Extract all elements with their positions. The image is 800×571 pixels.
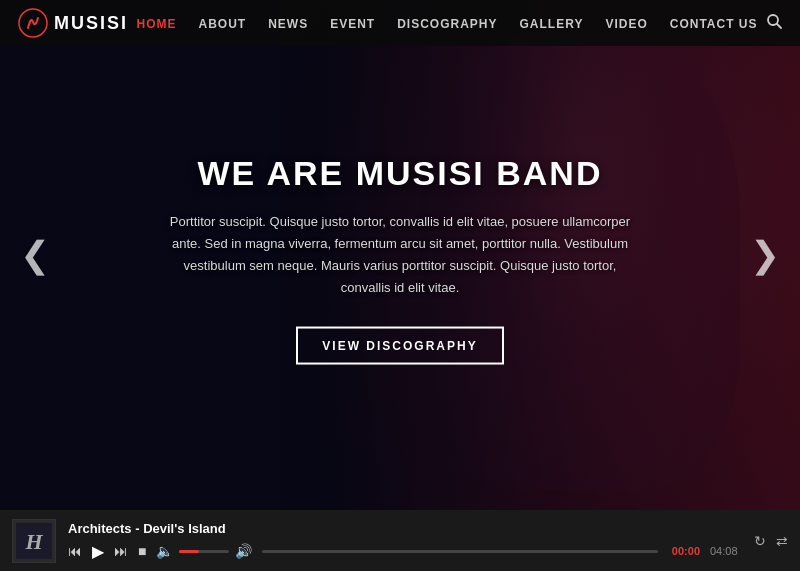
total-time: 04:08 (710, 545, 742, 557)
hero-content: WE ARE MUSISI BAND Porttitor suscipit. Q… (160, 154, 640, 365)
album-art: H (16, 523, 52, 559)
nav-item-contact[interactable]: CONTACT US (670, 14, 758, 32)
stop-button[interactable]: ■ (138, 543, 146, 559)
repeat-button[interactable]: ↻ (754, 533, 766, 549)
navbar: MUSISI HOME ABOUT NEWS EVENT DISCOGRAPHY… (0, 0, 800, 46)
hero-title: WE ARE MUSISI BAND (160, 154, 640, 193)
track-name: Architects - Devil's Island (68, 521, 742, 536)
player-info: Architects - Devil's Island ⏮ ▶ ⏭ ■ 🔈 🔊 (68, 521, 742, 561)
skip-forward-button[interactable]: ⏭ (114, 543, 128, 559)
nav-item-news[interactable]: NEWS (268, 14, 308, 32)
hero-section: WE ARE MUSISI BAND Porttitor suscipit. Q… (0, 0, 800, 510)
player-right-controls: ↻ ⇄ (754, 533, 788, 549)
progress-bar[interactable] (262, 550, 658, 553)
skip-back-button[interactable]: ⏮ (68, 543, 82, 559)
prev-slide-button[interactable]: ❮ (10, 224, 60, 286)
player-thumbnail: H (12, 519, 56, 563)
view-discography-button[interactable]: VIEW DISCOGRAPHY (296, 327, 503, 365)
svg-text:H: H (24, 529, 43, 554)
play-button[interactable]: ▶ (92, 542, 104, 561)
volume-control: 🔈 🔊 (156, 543, 252, 559)
nav-item-discography[interactable]: DISCOGRAPHY (397, 14, 497, 32)
hero-description: Porttitor suscipit. Quisque justo tortor… (160, 211, 640, 299)
next-slide-button[interactable]: ❯ (740, 224, 790, 286)
svg-line-2 (777, 24, 781, 28)
volume-bar[interactable] (179, 550, 229, 553)
volume-max-icon: 🔊 (235, 543, 252, 559)
nav-item-home[interactable]: HOME (136, 14, 176, 32)
logo[interactable]: MUSISI (18, 8, 128, 38)
nav-menu: HOME ABOUT NEWS EVENT DISCOGRAPHY GALLER… (136, 14, 757, 32)
current-time: 00:00 (668, 545, 700, 557)
nav-item-gallery[interactable]: GALLERY (520, 14, 584, 32)
nav-item-video[interactable]: VIDEO (605, 14, 647, 32)
volume-icon: 🔈 (156, 543, 173, 559)
progress-area (262, 550, 658, 553)
shuffle-button[interactable]: ⇄ (776, 533, 788, 549)
logo-text: MUSISI (54, 13, 128, 34)
search-icon[interactable] (766, 13, 782, 33)
audio-player: H Architects - Devil's Island ⏮ ▶ ⏭ ■ 🔈 … (0, 510, 800, 571)
nav-item-about[interactable]: ABOUT (198, 14, 246, 32)
nav-item-event[interactable]: EVENT (330, 14, 375, 32)
logo-icon (18, 8, 48, 38)
volume-fill (179, 550, 199, 553)
player-controls: ⏮ ▶ ⏭ ■ 🔈 🔊 00:00 04:08 (68, 542, 742, 561)
